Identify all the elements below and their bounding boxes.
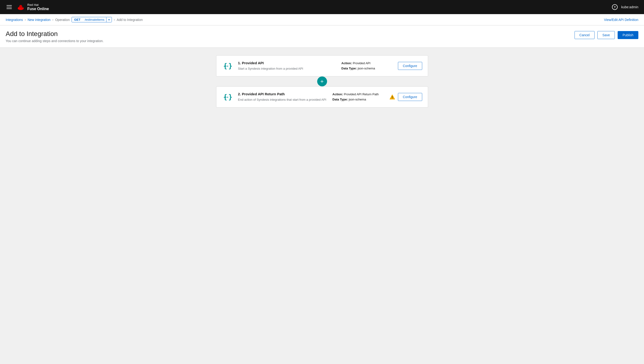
step-2-action-value: Provided API Return Path (344, 92, 379, 96)
svg-point-1 (20, 5, 22, 7)
step-2-description: End action of Syndesis integrations that… (238, 98, 328, 102)
svg-text:}: } (228, 93, 232, 101)
step-2-datatype-label: Data Type: (332, 98, 348, 101)
step-1-title: 1. Provided API (238, 61, 337, 65)
page-header-actions: Cancel Save Publish (574, 30, 638, 39)
step-2-datatype: Data Type: json-schema (332, 97, 384, 102)
step-1-info: 1. Provided API Start a Syndesis integra… (238, 61, 337, 71)
brand-line2: Fuse Online (27, 6, 49, 11)
svg-text:}: } (228, 62, 232, 70)
step-card-2: { •• } 2. Provided API Return Path End a… (216, 86, 428, 108)
brand-text: Red Hat Fuse Online (27, 3, 49, 11)
help-icon[interactable]: ? (612, 4, 618, 10)
step-1-description: Start a Syndesis integration from a prov… (238, 66, 337, 71)
step-1-configure-button[interactable]: Configure (398, 62, 422, 70)
step-2-title: 2. Provided API Return Path (238, 92, 328, 96)
top-navigation: Red Hat Fuse Online ? kube:admin (0, 0, 644, 14)
plus-icon: + (320, 78, 324, 85)
svg-text:••: •• (225, 96, 228, 99)
step-1-action-value: Provided API (353, 62, 370, 65)
breadcrumb-new-integration[interactable]: New integration (28, 18, 50, 22)
warning-icon: ! (389, 94, 396, 100)
breadcrumb-add-to-integration: Add to Integration (117, 18, 143, 22)
step-2-datatype-value: json-schema (349, 98, 366, 101)
breadcrumb-left: Integrations › New integration › Operati… (6, 17, 143, 22)
step-1-datatype-value: json-schema (358, 66, 375, 70)
operation-dropdown-button[interactable]: ▾ (106, 18, 112, 22)
page-subtitle: You can continue adding steps and connec… (6, 39, 104, 43)
step-2-action-label: Action: (332, 92, 343, 96)
user-label: kube:admin (621, 5, 638, 9)
redhat-logo-icon (17, 3, 25, 11)
cancel-button[interactable]: Cancel (574, 31, 595, 39)
brand-logo-area: Red Hat Fuse Online (17, 3, 49, 11)
step-1-datatype-label: Data Type: (341, 66, 357, 70)
step-1-datatype: Data Type: json-schema (341, 66, 393, 71)
operation-badge[interactable]: GET /estimateitems ▾ (72, 17, 112, 22)
step-1-icon: { •• } (222, 60, 233, 72)
svg-text:!: ! (392, 96, 393, 99)
breadcrumb-sep-1: › (25, 18, 26, 22)
publish-button[interactable]: Publish (618, 31, 638, 39)
page-title: Add to Integration (6, 30, 104, 38)
svg-text:••: •• (225, 65, 228, 68)
page-header-left: Add to Integration You can continue addi… (6, 30, 104, 43)
add-step-button[interactable]: + (317, 76, 327, 86)
breadcrumb-sep-3: › (114, 18, 115, 22)
step-1-action: Action: Provided API (341, 61, 393, 66)
step-1-action-label: Action: (341, 62, 352, 65)
page-header: Add to Integration You can continue addi… (0, 26, 644, 48)
step-card-1: { •• } 1. Provided API Start a Syndesis … (216, 55, 428, 76)
integration-flow: { •• } 1. Provided API Start a Syndesis … (6, 55, 638, 108)
operation-method: GET (72, 17, 83, 22)
page-content: Add to Integration You can continue addi… (0, 26, 644, 364)
step-2-info: 2. Provided API Return Path End action o… (238, 92, 328, 102)
step-2-actions: ! Configure (389, 93, 422, 101)
brand-line1: Red Hat (27, 3, 49, 7)
step-2-meta: Action: Provided API Return Path Data Ty… (332, 92, 384, 102)
operation-path: /estimateitems (83, 17, 107, 22)
breadcrumb-integrations[interactable]: Integrations (6, 18, 23, 22)
breadcrumb-operation-label: Operation (55, 18, 70, 22)
breadcrumb-sep-2: › (52, 18, 53, 22)
breadcrumb-bar: Integrations › New integration › Operati… (0, 14, 644, 26)
step-1-actions: Configure (398, 62, 422, 70)
view-edit-api-link[interactable]: View/Edit API Definition (604, 18, 638, 22)
step-2-configure-button[interactable]: Configure (398, 93, 422, 101)
save-button[interactable]: Save (597, 31, 615, 39)
step-2-icon: { •• } (222, 91, 233, 102)
menu-toggle-button[interactable] (6, 4, 13, 10)
step-1-meta: Action: Provided API Data Type: json-sch… (341, 61, 393, 71)
step-2-action: Action: Provided API Return Path (332, 92, 384, 97)
top-nav-right: ? kube:admin (612, 4, 638, 10)
